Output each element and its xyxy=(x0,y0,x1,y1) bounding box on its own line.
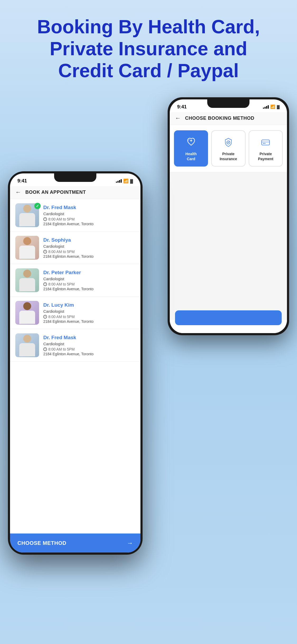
doctor-item-5[interactable]: Dr. Fred Mask Cardiologist 8:00 AM to 5P… xyxy=(10,329,140,362)
doctor-silhouette-2 xyxy=(18,237,36,260)
doctor-avatar-4 xyxy=(15,301,39,325)
doctor-avatar-3 xyxy=(15,268,39,292)
back-status-icons: 📶 ▓ xyxy=(263,104,280,109)
doctor-specialty-5: Cardiologist xyxy=(43,342,135,346)
front-signal-icon xyxy=(116,179,122,183)
clock-icon-4 xyxy=(43,315,47,319)
booking-method-section: HealthCard PrivateInsurance xyxy=(170,125,287,172)
doctor-info-5: Dr. Fred Mask Cardiologist 8:00 AM to 5P… xyxy=(43,335,135,356)
doctor-time-3: 8:00 AM to 5PM xyxy=(43,282,135,286)
doctor-silhouette-4 xyxy=(18,302,36,325)
doctor-item-2[interactable]: Dr. Sophiya Cardiologist 8:00 AM to 5PM … xyxy=(10,232,140,264)
doctor-avatar-5 xyxy=(15,333,39,357)
doctor-silhouette-3 xyxy=(18,270,36,292)
svg-point-3 xyxy=(263,143,264,144)
doctor-specialty-4: Cardiologist xyxy=(43,309,135,314)
clock-icon-5 xyxy=(43,347,47,351)
private-insurance-icon xyxy=(222,136,235,149)
doctor-name-3: Dr. Peter Parker xyxy=(43,270,135,275)
back-phone-screen: 9:41 📶 ▓ ← CHOOSE BOOKING METHOD xyxy=(170,99,287,333)
doctor-name-4: Dr. Lucy Kim xyxy=(43,302,135,308)
doctor-info-2: Dr. Sophiya Cardiologist 8:00 AM to 5PM … xyxy=(43,237,135,259)
doctor-item-4[interactable]: Dr. Lucy Kim Cardiologist 8:00 AM to 5PM… xyxy=(10,297,140,329)
wifi-icon: 📶 xyxy=(270,104,275,109)
front-phone-notch xyxy=(54,173,96,182)
choose-method-bar[interactable]: CHOOSE METHOD → xyxy=(10,533,140,553)
battery-icon: ▓ xyxy=(277,105,280,109)
front-battery-icon: ▓ xyxy=(130,179,133,183)
signal-icon xyxy=(263,105,269,109)
private-payment-label: PrivatePayment xyxy=(258,151,273,161)
doctor-time-2: 8:00 AM to 5PM xyxy=(43,250,135,254)
doctor-specialty-2: Cardiologist xyxy=(43,244,135,249)
back-status-time: 9:41 xyxy=(177,104,187,110)
doctor-name-5: Dr. Fred Mask xyxy=(43,335,135,341)
doctor-item-1[interactable]: ✓ Dr. Fred Mask Cardiologist 8:00 AM to … xyxy=(10,199,140,232)
clock-icon-3 xyxy=(43,282,47,286)
front-phone-screen: 9:41 📶 ▓ ← BOOK AN APPOINTMENT xyxy=(10,173,140,553)
phone-notch xyxy=(207,99,249,108)
health-card-icon xyxy=(185,136,198,149)
doctor-time-4: 8:00 AM to 5PM xyxy=(43,315,135,319)
clock-icon-1 xyxy=(43,217,47,221)
appointment-list: ✓ Dr. Fred Mask Cardiologist 8:00 AM to … xyxy=(10,199,140,533)
front-status-time: 9:41 xyxy=(17,178,27,184)
svg-rect-2 xyxy=(262,141,270,143)
back-screen-bg xyxy=(170,172,287,320)
selected-check-1: ✓ xyxy=(34,203,41,209)
back-arrow-icon[interactable]: ← xyxy=(175,115,181,122)
doctor-address-5: 2184 Eglinton Avenue, Toronto xyxy=(43,352,135,356)
page-headline: Booking By Health Card, Private Insuranc… xyxy=(30,16,267,81)
doctor-address-1: 2184 Eglinton Avenue, Toronto xyxy=(43,222,135,226)
method-private-payment[interactable]: PrivatePayment xyxy=(249,130,283,166)
choose-method-label: CHOOSE METHOD xyxy=(17,540,66,546)
doctor-specialty-3: Cardiologist xyxy=(43,277,135,281)
doctor-time-5: 8:00 AM to 5PM xyxy=(43,347,135,351)
choose-method-arrow-icon: → xyxy=(127,539,133,547)
doctor-item-3[interactable]: Dr. Peter Parker Cardiologist 8:00 AM to… xyxy=(10,264,140,297)
health-card-label: HealthCard xyxy=(185,151,197,161)
clock-icon-2 xyxy=(43,250,47,254)
method-private-insurance[interactable]: PrivateInsurance xyxy=(211,130,245,166)
doctor-time-1: 8:00 AM to 5PM xyxy=(43,217,135,221)
front-phone: 9:41 📶 ▓ ← BOOK AN APPOINTMENT xyxy=(8,171,143,555)
back-phone: 9:41 📶 ▓ ← CHOOSE BOOKING METHOD xyxy=(168,97,289,335)
doctor-name-2: Dr. Sophiya xyxy=(43,237,135,243)
doctor-avatar-2 xyxy=(15,236,39,260)
doctor-specialty-1: Cardiologist xyxy=(43,211,135,216)
doctor-address-3: 2184 Eglinton Avenue, Toronto xyxy=(43,287,135,291)
method-health-card[interactable]: HealthCard xyxy=(174,130,208,166)
doctor-info-3: Dr. Peter Parker Cardiologist 8:00 AM to… xyxy=(43,270,135,291)
doctor-name-1: Dr. Fred Mask xyxy=(43,205,135,210)
front-wifi-icon: 📶 xyxy=(123,178,129,183)
back-nav-header: ← CHOOSE BOOKING METHOD xyxy=(170,112,287,125)
back-nav-title: CHOOSE BOOKING METHOD xyxy=(185,116,254,121)
back-choose-button[interactable] xyxy=(175,310,282,325)
doctor-address-2: 2184 Eglinton Avenue, Toronto xyxy=(43,254,135,259)
front-status-icons: 📶 ▓ xyxy=(116,178,133,183)
doctor-silhouette-5 xyxy=(18,335,36,357)
doctor-info-1: Dr. Fred Mask Cardiologist 8:00 AM to 5P… xyxy=(43,205,135,226)
front-back-arrow-icon[interactable]: ← xyxy=(15,189,21,196)
svg-point-4 xyxy=(265,143,266,144)
front-nav-header: ← BOOK AN APPOINTMENT xyxy=(10,186,140,199)
private-payment-icon xyxy=(259,136,272,149)
front-nav-title: BOOK AN APPOINTMENT xyxy=(25,190,86,195)
private-insurance-label: PrivateInsurance xyxy=(220,151,237,161)
doctor-info-4: Dr. Lucy Kim Cardiologist 8:00 AM to 5PM… xyxy=(43,302,135,324)
doctor-silhouette-1 xyxy=(18,205,36,227)
phones-container: 9:41 📶 ▓ ← CHOOSE BOOKING METHOD xyxy=(0,97,297,560)
doctor-address-4: 2184 Eglinton Avenue, Toronto xyxy=(43,319,135,324)
